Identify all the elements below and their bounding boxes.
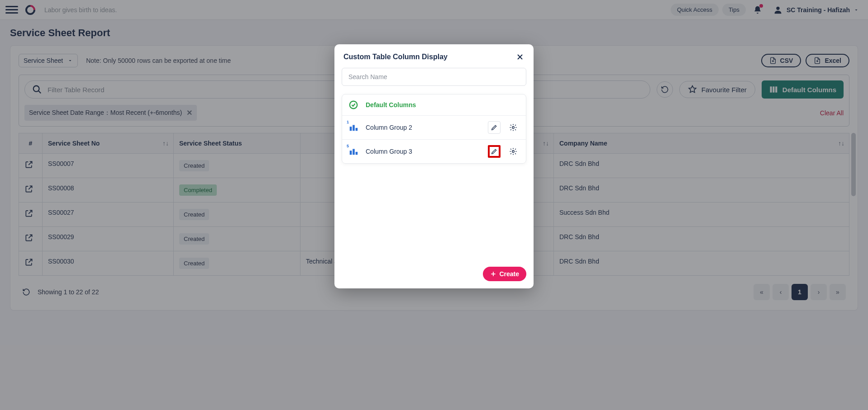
column-display-modal: Custom Table Column Display Default Colu… xyxy=(334,44,534,288)
columns-icon xyxy=(348,146,358,156)
svg-rect-10 xyxy=(350,151,352,155)
svg-rect-11 xyxy=(353,149,355,155)
edit-button[interactable] xyxy=(488,145,501,158)
group-count-badge: 1 xyxy=(347,120,349,124)
svg-point-13 xyxy=(512,151,515,153)
modal-search-input[interactable] xyxy=(342,68,526,86)
svg-rect-8 xyxy=(356,128,358,131)
svg-point-9 xyxy=(512,127,515,129)
pencil-icon xyxy=(491,148,498,155)
settings-button[interactable] xyxy=(507,145,520,158)
settings-button[interactable] xyxy=(507,121,520,134)
column-group-item[interactable]: Default Columns xyxy=(342,94,526,116)
modal-body: Default Columns1Column Group 25Column Gr… xyxy=(334,68,534,288)
check-circle-icon xyxy=(348,100,358,110)
svg-rect-7 xyxy=(353,125,355,131)
column-group-list: Default Columns1Column Group 25Column Gr… xyxy=(342,94,526,164)
modal-close-button[interactable] xyxy=(515,52,525,61)
close-icon xyxy=(515,52,525,61)
column-group-item[interactable]: 5Column Group 3 xyxy=(342,140,526,163)
modal-title: Custom Table Column Display xyxy=(343,53,515,61)
group-label: Column Group 3 xyxy=(366,148,482,155)
modal-overlay[interactable]: Custom Table Column Display Default Colu… xyxy=(0,0,868,410)
column-group-item[interactable]: 1Column Group 2 xyxy=(342,116,526,140)
svg-rect-12 xyxy=(356,152,358,155)
plus-icon xyxy=(490,271,496,277)
edit-button[interactable] xyxy=(488,121,501,134)
columns-icon xyxy=(348,123,358,132)
group-count-badge: 5 xyxy=(347,144,349,148)
pencil-icon xyxy=(491,124,498,131)
svg-rect-6 xyxy=(350,127,352,131)
gear-icon xyxy=(509,147,517,156)
group-label: Default Columns xyxy=(366,101,520,108)
modal-header: Custom Table Column Display xyxy=(334,44,534,68)
group-label: Column Group 2 xyxy=(366,124,482,131)
create-button[interactable]: Create xyxy=(483,267,526,281)
gear-icon xyxy=(509,123,517,132)
